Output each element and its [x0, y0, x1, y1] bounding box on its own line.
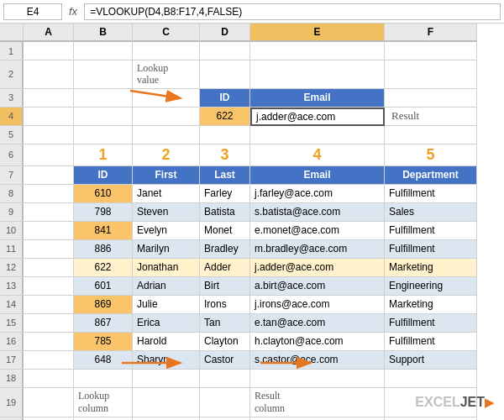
r9-e: s.batista@ace.com [250, 203, 385, 222]
r13-c: Adrian [133, 277, 200, 296]
r3-c [133, 89, 200, 108]
r19-a [24, 388, 74, 417]
r15-c: Erica [133, 314, 200, 333]
r10-c: Evelyn [133, 222, 200, 240]
r4-e[interactable]: j.adder@ace.com [250, 108, 385, 126]
r18-b [74, 370, 133, 388]
r7-f: Department [385, 166, 477, 185]
col-header-e[interactable]: E [250, 24, 385, 42]
col-header-d[interactable]: D [200, 24, 250, 42]
r11-c: Marilyn [133, 240, 200, 259]
row-9-num: 9 [0, 203, 24, 222]
r18-f [385, 370, 477, 388]
r10-b: 841 [74, 222, 133, 240]
r17-a [24, 351, 74, 370]
r1-c [133, 42, 200, 60]
row-7-num: 7 [0, 166, 24, 185]
r18-a [24, 370, 74, 388]
r7-a [24, 166, 74, 185]
row-8-num: 8 [0, 185, 24, 203]
col-header-b[interactable]: B [74, 24, 133, 42]
row-10-num: 10 [0, 222, 24, 240]
r5-a [24, 126, 74, 144]
col-header-c[interactable]: C [133, 24, 200, 42]
r5-c [133, 126, 200, 144]
r11-b: 886 [74, 240, 133, 259]
col-header-rownum [0, 24, 24, 42]
r17-c: Sharyn [133, 351, 200, 370]
r8-a [24, 185, 74, 203]
r15-f: Fulfillment [385, 314, 477, 333]
r13-b: 601 [74, 277, 133, 296]
row-15-num: 15 [0, 314, 24, 333]
row-16-num: 16 [0, 333, 24, 351]
row-11-num: 11 [0, 240, 24, 259]
r14-e: j.irons@ace.com [250, 296, 385, 314]
row-4-num: 4 [0, 108, 24, 126]
row-14-num: 14 [0, 296, 24, 314]
r10-d: Monet [200, 222, 250, 240]
r2-a [24, 60, 74, 89]
r7-e: Email [250, 166, 385, 185]
r15-e: e.tan@ace.com [250, 314, 385, 333]
r16-c: Harold [133, 333, 200, 351]
r19-e: Resultcolumn [250, 388, 385, 417]
r6-c: 2 [133, 144, 200, 166]
r14-b: 869 [74, 296, 133, 314]
r11-a [24, 240, 74, 259]
r7-d: Last [200, 166, 250, 185]
row-5-num: 5 [0, 126, 24, 144]
fx-label: fx [66, 5, 81, 18]
row-12-num: 12 [0, 259, 24, 277]
r4-d: 622 [200, 108, 250, 126]
r9-b: 798 [74, 203, 133, 222]
r12-d: Adder [200, 259, 250, 277]
row-19-num: 19 [0, 388, 24, 417]
spreadsheet-grid: A B C D E F 1 2 Lookupvalue 3 ID Email 4… [0, 24, 504, 420]
row-3-num: 3 [0, 89, 24, 108]
r19-d [200, 388, 250, 417]
r12-c: Jonathan [133, 259, 200, 277]
r14-d: Irons [200, 296, 250, 314]
r11-d: Bradley [200, 240, 250, 259]
row-6-num: 6 [0, 144, 24, 166]
r3-e: Email [250, 89, 385, 108]
r7-b: ID [74, 166, 133, 185]
r2-c: Lookupvalue [133, 60, 200, 89]
row-18-num: 18 [0, 370, 24, 388]
r15-d: Tan [200, 314, 250, 333]
r14-f: Marketing [385, 296, 477, 314]
r6-a [24, 144, 74, 166]
r1-a [24, 42, 74, 60]
r8-e: j.farley@ace.com [250, 185, 385, 203]
r6-b: 1 [74, 144, 133, 166]
name-box[interactable] [3, 3, 62, 20]
r10-a [24, 222, 74, 240]
formula-input[interactable] [84, 3, 501, 20]
r17-f: Support [385, 351, 477, 370]
r15-a [24, 314, 74, 333]
r13-a [24, 277, 74, 296]
r3-b [74, 89, 133, 108]
r2-d [200, 60, 250, 89]
r10-e: e.monet@ace.com [250, 222, 385, 240]
r1-f [385, 42, 477, 60]
col-header-a[interactable]: A [24, 24, 74, 42]
r11-e: m.bradley@ace.com [250, 240, 385, 259]
r14-a [24, 296, 74, 314]
r4-f: Result [385, 108, 477, 126]
r1-b [74, 42, 133, 60]
r5-f [385, 126, 477, 144]
r18-c [133, 370, 200, 388]
r13-e: a.birt@ace.com [250, 277, 385, 296]
r2-e [250, 60, 385, 89]
r17-e: s.castor@ace.com [250, 351, 385, 370]
r3-f [385, 89, 477, 108]
col-header-f[interactable]: F [385, 24, 477, 42]
r15-b: 867 [74, 314, 133, 333]
r16-b: 785 [74, 333, 133, 351]
row-1-num: 1 [0, 42, 24, 60]
r16-e: h.clayton@ace.com [250, 333, 385, 351]
r4-b [74, 108, 133, 126]
r19-c [133, 388, 200, 417]
